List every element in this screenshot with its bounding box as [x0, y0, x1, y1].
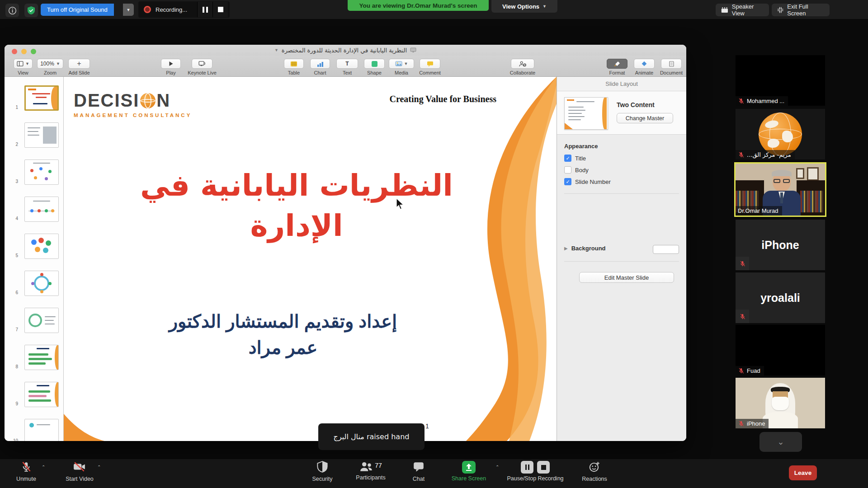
- muted-mic-icon: [738, 98, 745, 104]
- checkbox-label: Slide Number: [575, 178, 611, 185]
- comment-button[interactable]: [420, 59, 440, 69]
- subtitle-line-2: عمر مراد: [91, 334, 475, 361]
- security-button[interactable]: Security: [304, 461, 341, 482]
- pause-stop-recording-group: Pause/Stop Recording: [502, 461, 569, 482]
- media-label: Media: [388, 70, 415, 75]
- participants-label: Participants: [344, 474, 397, 481]
- change-master-button[interactable]: Change Master: [617, 113, 673, 123]
- collaborate-button[interactable]: [511, 59, 534, 69]
- checkbox-unchecked-icon[interactable]: [564, 166, 571, 174]
- video-options-caret[interactable]: ⌃: [97, 465, 101, 469]
- share-screen-button[interactable]: Share Screen: [445, 461, 492, 482]
- slide-thumbnail[interactable]: [24, 308, 59, 333]
- document-button[interactable]: [661, 59, 682, 69]
- format-brush-icon: [614, 61, 620, 67]
- participant-tile[interactable]: Mohammed ...: [736, 55, 825, 106]
- layout-thumbnail[interactable]: [564, 97, 608, 130]
- chat-bubble-icon: [413, 461, 425, 473]
- participants-button[interactable]: 77 Participants: [344, 461, 397, 481]
- participant-tile[interactable]: ...مريم- مركز الق: [736, 109, 825, 160]
- pause-recording-button[interactable]: [521, 461, 533, 474]
- minimize-window-button[interactable]: [21, 49, 27, 54]
- active-speaker-tile[interactable]: Dr.Omar Murad: [734, 162, 826, 217]
- share-screen-label: Share Screen: [445, 475, 492, 482]
- slide-thumbnail[interactable]: [24, 234, 59, 259]
- zoom-window-button[interactable]: [31, 49, 36, 54]
- zoom-level-button[interactable]: 100%▼: [37, 59, 63, 69]
- original-sound-dropdown[interactable]: ▼: [123, 4, 134, 16]
- text-group: T Text: [335, 59, 360, 75]
- text-button[interactable]: T: [336, 59, 358, 69]
- slide-thumbnail[interactable]: [24, 345, 59, 370]
- table-group: Table: [281, 59, 307, 75]
- stop-recording-button[interactable]: [537, 461, 550, 474]
- exit-fullscreen-label: Exit Full Screen: [787, 3, 824, 17]
- share-options-caret[interactable]: ⌃: [495, 465, 499, 469]
- view-options-button[interactable]: View Options▼: [491, 0, 557, 13]
- slide-title-arabic: النظريات اليابانية في الإدارة: [91, 165, 502, 246]
- slide-canvas[interactable]: DECISIN MANAGEMENT CONSULTANCY Creating …: [64, 77, 557, 441]
- speaker-view-button[interactable]: Speaker View: [716, 4, 769, 16]
- animate-button[interactable]: [634, 59, 655, 69]
- shape-button[interactable]: [364, 59, 385, 69]
- scroll-participants-down-button[interactable]: ⌄: [760, 432, 802, 452]
- exit-full-screen-button[interactable]: Exit Full Screen: [772, 4, 830, 16]
- format-inspector-panel: Slide Layout Two Content Change Master A…: [557, 77, 686, 441]
- reactions-button[interactable]: Reactions: [575, 461, 614, 482]
- speaker-view-icon: [721, 7, 728, 14]
- encryption-button[interactable]: [24, 4, 38, 17]
- comment-group: Comment: [416, 59, 444, 75]
- close-window-button[interactable]: [12, 49, 17, 54]
- slide-thumbnail[interactable]: [24, 271, 59, 296]
- meeting-info-button[interactable]: [5, 4, 19, 17]
- participant-tile[interactable]: yroalali: [736, 272, 825, 323]
- slide-number-label: 3: [9, 179, 18, 184]
- slide-thumbnail[interactable]: [24, 382, 59, 407]
- view-button[interactable]: ▼: [14, 59, 33, 69]
- slide-thumbnail[interactable]: [24, 85, 59, 111]
- slide-number-checkbox-row[interactable]: ✓ Slide Number: [564, 178, 611, 185]
- title-checkbox-row[interactable]: ✓ Title: [564, 155, 586, 162]
- participant-tile[interactable]: iPhone: [736, 378, 825, 428]
- add-slide-button[interactable]: +: [68, 59, 90, 69]
- slide-thumbnail[interactable]: [24, 419, 59, 441]
- pause-icon: [203, 7, 208, 13]
- leave-meeting-button[interactable]: Leave: [789, 465, 817, 480]
- add-slide-label: Add Slide: [66, 70, 92, 75]
- view-menu-group: ▼ View: [11, 59, 35, 75]
- keynote-title-bar[interactable]: ▼ النظرية اليابانية في الإدارة الحديثة ل…: [5, 45, 686, 56]
- participant-tile[interactable]: Fuad: [736, 325, 825, 375]
- stop-recording-button[interactable]: [212, 2, 228, 17]
- background-color-well[interactable]: [653, 245, 679, 254]
- edit-master-slide-button[interactable]: Edit Master Slide: [579, 272, 674, 283]
- checkbox-checked-icon[interactable]: ✓: [564, 178, 571, 185]
- table-button[interactable]: [284, 59, 304, 69]
- turn-off-original-sound-button[interactable]: Turn off Original Sound: [41, 4, 114, 16]
- chat-button[interactable]: Chat: [404, 461, 433, 482]
- slide-header-text: Creating Value for Business: [389, 94, 496, 104]
- camera-off-icon: [73, 461, 86, 473]
- muted-mic-icon: [738, 420, 745, 427]
- slide-thumbnail[interactable]: [24, 122, 59, 148]
- body-checkbox-row[interactable]: Body: [564, 166, 589, 174]
- slide-thumbnail[interactable]: [24, 197, 59, 222]
- unmute-label: Unmute: [8, 476, 44, 482]
- slide-thumbnail[interactable]: [24, 160, 59, 185]
- view-panels-icon: [17, 61, 24, 66]
- disclosure-triangle-icon[interactable]: ▶: [564, 246, 568, 251]
- participant-tile[interactable]: iPhone: [736, 220, 825, 270]
- unmute-button[interactable]: Unmute: [8, 461, 44, 482]
- pause-recording-button[interactable]: [197, 2, 212, 17]
- start-video-button[interactable]: Start Video: [59, 461, 100, 482]
- stop-icon: [218, 7, 223, 12]
- pause-stop-recording-label: Pause/Stop Recording: [502, 475, 569, 482]
- media-button[interactable]: ▼: [389, 59, 414, 69]
- divider: [564, 261, 679, 262]
- chart-button[interactable]: [310, 59, 330, 69]
- background-row[interactable]: ▶ Background: [564, 245, 606, 252]
- format-button[interactable]: [607, 59, 627, 69]
- keynote-live-button[interactable]: [192, 59, 212, 69]
- audio-options-caret[interactable]: ⌃: [42, 465, 45, 469]
- checkbox-checked-icon[interactable]: ✓: [564, 155, 571, 162]
- play-button[interactable]: [161, 59, 181, 69]
